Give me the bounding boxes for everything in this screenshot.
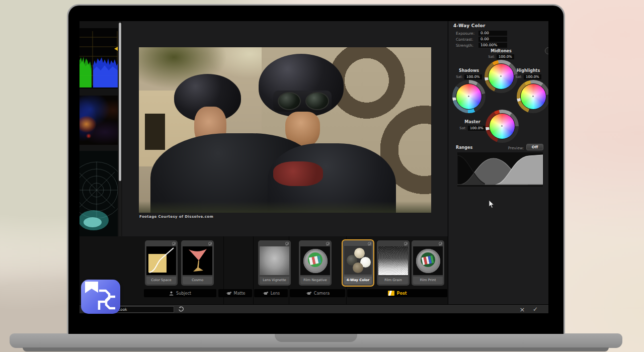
contrast-row: Contrast: 0.00 [448, 37, 548, 42]
laptop-screen-bezel: Footage Courtesy of Dissolve.com 4-Way C… [67, 4, 565, 334]
ranges-label: Ranges [456, 145, 472, 150]
disable-tool-icon[interactable] [326, 242, 330, 245]
person-icon [169, 291, 174, 296]
laptop-front-edge [23, 347, 609, 351]
laptop-lid-notch [275, 333, 357, 342]
highlights-sat-field[interactable]: 100.0% [524, 74, 541, 79]
tab-subject[interactable]: Subject [144, 289, 216, 297]
midtones-sat-field[interactable]: 100.0% [497, 54, 514, 59]
disable-tool-icon[interactable] [404, 242, 408, 245]
four-way-color-thumbnail [344, 246, 372, 275]
exposure-row: Exposure: 0.00 [448, 31, 548, 36]
film-print-thumbnail [413, 246, 443, 275]
laptop-base [10, 333, 622, 348]
tool-card-film-negative[interactable]: Film Negative [299, 240, 332, 286]
scarf [273, 161, 323, 186]
shadows-sat: Sat:100.0% [448, 74, 490, 79]
footage-caption: Footage Courtesy of Dissolve.com [139, 215, 213, 219]
cosmo-thumbnail [183, 246, 212, 275]
tool-card-color-space[interactable]: Color Space [145, 240, 178, 286]
disable-tool-icon[interactable] [208, 242, 212, 245]
shadows-label: Shadows [448, 68, 490, 73]
scopes-sidebar [79, 21, 122, 236]
panel-title: 4-Way Color [453, 23, 486, 28]
midtones-sat: Sat:100.0% [476, 54, 526, 59]
panel-handle[interactable] [545, 47, 548, 54]
app-window: Footage Courtesy of Dissolve.com 4-Way C… [79, 21, 548, 314]
spray-tool-icon [225, 291, 231, 296]
disable-tool-icon[interactable] [285, 242, 289, 245]
strength-value-field[interactable]: 100.00% [478, 43, 507, 48]
undo-icon[interactable] [178, 306, 184, 312]
master-sat-field[interactable]: 100.0% [468, 126, 486, 131]
strength-row: Strength: 100.00% [448, 43, 548, 48]
midtones-label: Midtones [478, 49, 524, 53]
exposure-label: Exposure: [456, 31, 474, 36]
tab-lens[interactable]: Lens [254, 289, 288, 297]
watermark-logo [81, 280, 120, 314]
strength-label: Strength: [456, 43, 473, 48]
highlights-label: Highlights [508, 68, 548, 73]
viewer-area: Footage Courtesy of Dissolve.com [122, 21, 448, 236]
film-grain-thumbnail [378, 246, 408, 275]
shadows-color-wheel[interactable] [452, 80, 486, 113]
tab-post[interactable]: Post [347, 289, 447, 297]
tab-camera[interactable]: Camera [290, 289, 345, 297]
tool-card-lens-vignette[interactable]: Lens Vignette [258, 240, 291, 286]
post-icon [388, 291, 394, 296]
disable-tool-icon[interactable] [172, 242, 176, 245]
tool-card-four-way-color[interactable]: 4-Way Color [342, 239, 374, 287]
tool-strip: Color Space Cosmo Lens Vignette [79, 236, 448, 304]
shadows-sat-field[interactable]: 100.0% [464, 74, 482, 79]
video-preview [139, 47, 431, 213]
preview-toggle-button[interactable]: Off [526, 144, 543, 150]
shadows-wheel-disc[interactable] [456, 83, 482, 110]
highlights-sat: Sat:100.0% [508, 74, 548, 79]
image-scope-thumbnail[interactable] [79, 96, 118, 145]
lens-vignette-thumbnail [260, 246, 289, 275]
confirm-icon[interactable]: ✓ [531, 305, 539, 314]
exposure-value-field[interactable]: 0.00 [478, 31, 507, 36]
cancel-icon[interactable]: × [518, 305, 526, 314]
sidebar-scrollbar-track [119, 21, 121, 236]
camera-icon [305, 291, 311, 296]
sidebar-scrollbar[interactable] [119, 23, 121, 181]
bottom-bar: Look × ✓ [79, 304, 548, 314]
waveform-scope-thumbnail[interactable] [79, 28, 118, 89]
shadows-wheel-dot[interactable] [467, 95, 470, 98]
mouse-cursor [489, 200, 495, 209]
tab-matte[interactable]: Matte [218, 289, 252, 297]
film-negative-thumbnail [300, 246, 330, 275]
contrast-label: Contrast: [456, 37, 473, 42]
tool-card-film-print[interactable]: Film Print [412, 240, 444, 286]
logo-glyph-icon [81, 280, 120, 314]
tool-card-film-grain[interactable]: Film Grain [377, 240, 410, 286]
look-name-input[interactable]: Look [116, 306, 174, 313]
tool-card-cosmo[interactable]: Cosmo [181, 240, 214, 286]
highlights-color-wheel[interactable] [517, 80, 548, 113]
ranges-graph[interactable] [457, 152, 543, 187]
spray-tool-icon [262, 291, 268, 296]
master-wheel-dot[interactable] [501, 125, 503, 127]
disable-tool-icon[interactable] [368, 242, 371, 245]
highlights-wheel-disc[interactable] [520, 83, 546, 110]
master-color-wheel[interactable] [486, 110, 519, 143]
disable-tool-icon[interactable] [439, 242, 442, 245]
vectorscope-thumbnail[interactable] [79, 151, 118, 236]
master-wheel-disc[interactable] [489, 113, 515, 139]
four-way-color-panel: 4-Way Color Exposure: 0.00 Contrast: 0.0… [448, 21, 548, 304]
color-space-thumbnail [146, 246, 176, 275]
preview-label: Preview: [489, 146, 524, 150]
contrast-value-field[interactable]: 0.00 [478, 37, 507, 42]
midtones-wheel-dot[interactable] [500, 75, 502, 77]
highlights-wheel-dot[interactable] [532, 95, 534, 98]
